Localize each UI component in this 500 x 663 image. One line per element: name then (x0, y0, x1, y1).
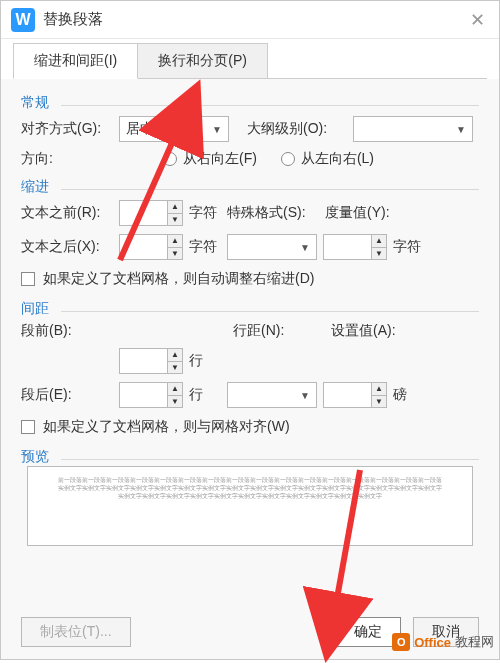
measure-input[interactable] (323, 234, 371, 260)
spin-up-icon[interactable]: ▲ (168, 235, 182, 248)
space-after-input[interactable] (119, 382, 167, 408)
space-before-input[interactable] (119, 348, 167, 374)
direction-label: 方向: (21, 150, 91, 168)
spin-down-icon[interactable]: ▼ (168, 396, 182, 408)
group-general-label: 常规 (21, 88, 479, 114)
alignment-select[interactable]: 居中对齐 ▼ (119, 116, 229, 142)
setvalue-input[interactable] (323, 382, 371, 408)
direction-ltr-radio[interactable]: 从左向右(L) (281, 150, 374, 168)
space-before-spinner[interactable]: ▲▼ (119, 348, 183, 374)
unit-line: 行 (189, 352, 221, 370)
checkbox-icon (21, 420, 35, 434)
group-preview-label: 预览 (21, 442, 479, 468)
unit-char: 字符 (189, 204, 221, 222)
alignment-value: 居中对齐 (126, 120, 182, 138)
spin-up-icon[interactable]: ▲ (168, 349, 182, 362)
app-icon: W (11, 8, 35, 32)
indent-grid-label: 如果定义了文档网格，则自动调整右缩进(D) (43, 270, 314, 288)
setvalue-label: 设置值(A): (331, 322, 396, 340)
unit-char: 字符 (189, 238, 221, 256)
spin-up-icon[interactable]: ▲ (168, 201, 182, 214)
spin-up-icon[interactable]: ▲ (372, 383, 386, 396)
group-spacing-label: 间距 (21, 294, 479, 320)
window-title: 替换段落 (43, 10, 465, 29)
checkbox-icon (21, 272, 35, 286)
indent-before-label: 文本之前(R): (21, 204, 113, 222)
group-indent-label: 缩进 (21, 172, 479, 198)
spin-down-icon[interactable]: ▼ (372, 396, 386, 408)
setvalue-spinner[interactable]: ▲▼ (323, 382, 387, 408)
measure-label: 度量值(Y): (325, 204, 390, 222)
rtl-label: 从右向左(F) (183, 150, 257, 168)
space-after-label: 段后(E): (21, 386, 113, 404)
tab-line-page-breaks[interactable]: 换行和分页(P) (137, 43, 268, 79)
close-button[interactable]: ✕ (465, 8, 489, 32)
alignment-label: 对齐方式(G): (21, 120, 113, 138)
linespace-select[interactable]: ▼ (227, 382, 317, 408)
space-before-label: 段前(B): (21, 322, 113, 340)
dialog-window: W 替换段落 ✕ 缩进和间距(I) 换行和分页(P) 常规 对齐方式(G): 居… (0, 0, 500, 660)
ok-button[interactable]: 确定 (335, 617, 401, 647)
special-label: 特殊格式(S): (227, 204, 319, 222)
outline-label: 大纲级别(O): (247, 120, 347, 138)
unit-line: 行 (189, 386, 221, 404)
direction-rtl-radio[interactable]: 从右向左(F) (163, 150, 257, 168)
tab-strip: 缩进和间距(I) 换行和分页(P) (1, 39, 499, 79)
spin-down-icon[interactable]: ▼ (168, 248, 182, 260)
indent-grid-checkbox[interactable]: 如果定义了文档网格，则自动调整右缩进(D) (21, 264, 479, 294)
spin-up-icon[interactable]: ▲ (372, 235, 386, 248)
unit-char: 字符 (393, 238, 425, 256)
chevron-down-icon: ▼ (456, 124, 466, 135)
indent-before-spinner[interactable]: ▲▼ (119, 200, 183, 226)
tabstops-button[interactable]: 制表位(T)... (21, 617, 131, 647)
spacing-grid-checkbox[interactable]: 如果定义了文档网格，则与网格对齐(W) (21, 412, 479, 442)
measure-spinner[interactable]: ▲▼ (323, 234, 387, 260)
titlebar: W 替换段落 ✕ (1, 1, 499, 39)
spin-down-icon[interactable]: ▼ (168, 214, 182, 226)
chevron-down-icon: ▼ (300, 242, 310, 253)
outline-select[interactable]: ▼ (353, 116, 473, 142)
special-select[interactable]: ▼ (227, 234, 317, 260)
spin-up-icon[interactable]: ▲ (168, 383, 182, 396)
ltr-label: 从左向右(L) (301, 150, 374, 168)
chevron-down-icon: ▼ (300, 390, 310, 401)
radio-icon (281, 152, 295, 166)
preview-box: 前一段落前一段落前一段落前一段落前一段落前一段落前一段落前一段落前一段落前一段落… (27, 466, 473, 546)
spacing-grid-label: 如果定义了文档网格，则与网格对齐(W) (43, 418, 290, 436)
indent-after-spinner[interactable]: ▲▼ (119, 234, 183, 260)
indent-after-label: 文本之后(X): (21, 238, 113, 256)
cancel-button[interactable]: 取消 (413, 617, 479, 647)
dialog-footer: 制表位(T)... 确定 取消 (1, 617, 499, 647)
indent-before-input[interactable] (119, 200, 167, 226)
chevron-down-icon: ▼ (212, 124, 222, 135)
preview-text: 前一段落前一段落前一段落前一段落前一段落前一段落前一段落前一段落前一段落前一段落… (58, 477, 442, 500)
indent-after-input[interactable] (119, 234, 167, 260)
spin-down-icon[interactable]: ▼ (168, 362, 182, 374)
dialog-content: 常规 对齐方式(G): 居中对齐 ▼ 大纲级别(O): ▼ 方向: 从右向左(F… (1, 80, 499, 558)
spin-down-icon[interactable]: ▼ (372, 248, 386, 260)
space-after-spinner[interactable]: ▲▼ (119, 382, 183, 408)
tab-indent-spacing[interactable]: 缩进和间距(I) (13, 43, 138, 79)
linespace-label: 行距(N): (233, 322, 325, 340)
unit-pt: 磅 (393, 386, 425, 404)
radio-icon (163, 152, 177, 166)
